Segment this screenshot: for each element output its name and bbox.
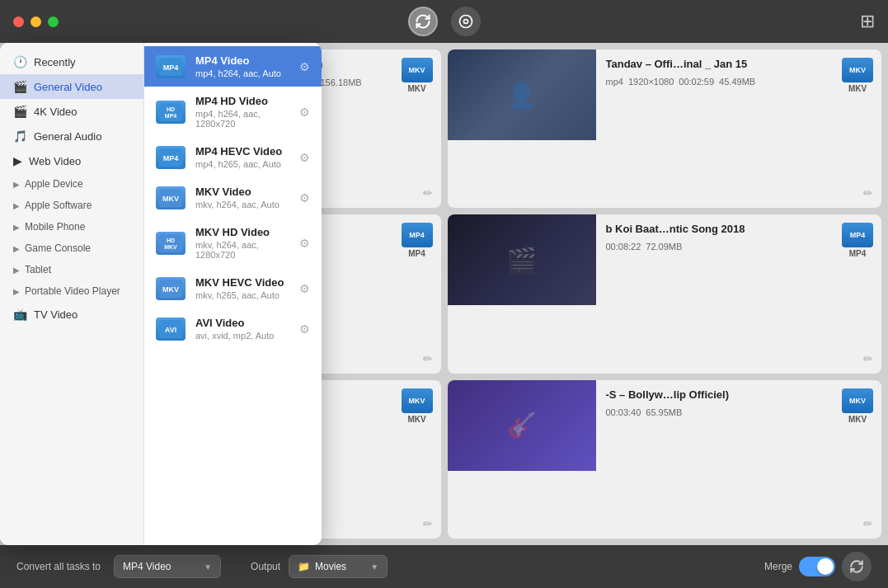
sync-icon-button[interactable]	[408, 7, 438, 36]
svg-text:MP4: MP4	[163, 64, 179, 72]
format-icon-box: MKV	[842, 58, 873, 82]
size-meta: 72.09MB	[646, 242, 682, 252]
duration-meta: 00:08:22	[606, 242, 641, 252]
svg-text:MKV: MKV	[162, 195, 179, 203]
sidebar-section-apple-device[interactable]: ▶ Apple Device	[0, 173, 143, 195]
sidebar-section-label: Portable Video Player	[25, 285, 120, 297]
video-meta: 00:03:40 65.95MB	[606, 407, 872, 417]
close-button[interactable]	[13, 16, 24, 27]
traffic-lights	[13, 16, 59, 27]
expand-arrow-icon: ▶	[13, 201, 20, 210]
video-meta: mp4 1920×1080 00:02:59 45.49MB	[606, 77, 872, 87]
video-info: Tandav – Offi…inal _ Jan 15 mp4 1920×108…	[596, 49, 882, 208]
chevron-down-icon: ▼	[370, 562, 378, 572]
chevron-down-icon: ▼	[204, 562, 212, 572]
sidebar-item-recently[interactable]: 🕐 Recently	[0, 49, 143, 74]
video-thumbnail: 🎸	[448, 380, 596, 471]
format-badge: MKV MKV	[402, 58, 433, 93]
sidebar-item-4k-video[interactable]: 🎬 4K Video	[0, 99, 143, 124]
svg-text:MP4: MP4	[165, 113, 177, 119]
video-card[interactable]: 🎬 b Koi Baat…ntic Song 2018 00:08:22 72.…	[448, 214, 882, 373]
output-folder-select[interactable]: 📁 Movies ▼	[289, 555, 388, 578]
video-title: -S – Bollyw…lip Officiel)	[606, 388, 796, 401]
expand-arrow-icon: ▶	[13, 266, 20, 275]
video-info: -S – Bollyw…lip Officiel) 00:03:40 65.95…	[596, 380, 882, 539]
output-label: Output	[251, 561, 280, 572]
mp4hevc-format-icon: MP4	[156, 146, 186, 169]
edit-icon[interactable]: ✏	[423, 352, 433, 365]
format-item-mkv[interactable]: MKV MKV Video mkv, h264, aac, Auto ⚙	[144, 177, 322, 218]
size-meta: 45.49MB	[719, 77, 755, 87]
web-icon: ▶	[13, 154, 22, 167]
format-specs: mp4, h265, aac, Auto	[195, 159, 289, 169]
sidebar-section-game-console[interactable]: ▶ Game Console	[0, 238, 143, 259]
mp4hd-format-icon: HD MP4	[156, 101, 186, 124]
edit-icon[interactable]: ✏	[863, 352, 873, 365]
grid-icon[interactable]: ⊞	[860, 11, 875, 31]
merge-toggle[interactable]	[799, 557, 835, 576]
gear-icon[interactable]: ⚙	[299, 282, 310, 295]
maximize-button[interactable]	[48, 16, 59, 27]
gear-icon[interactable]: ⚙	[299, 322, 310, 336]
merge-label: Merge	[764, 561, 792, 572]
duration-meta: 00:03:40	[606, 407, 641, 417]
gear-icon[interactable]: ⚙	[299, 151, 310, 164]
sidebar-item-general-video[interactable]: 🎬 General Video	[0, 74, 143, 99]
clock-icon: 🕐	[13, 55, 27, 68]
minimize-button[interactable]	[31, 16, 41, 27]
edit-icon[interactable]: ✏	[423, 186, 433, 200]
format-list: MP4 MP4 Video mp4, h264, aac, Auto ⚙ HD …	[144, 43, 322, 545]
format-item-mkvhd[interactable]: HD MKV MKV HD Video mkv, h264, aac, 1280…	[144, 218, 322, 268]
video-title: Tandav – Offi…inal _ Jan 15	[606, 58, 796, 70]
titlebar-center	[408, 7, 481, 36]
4k-icon: 🎬	[13, 105, 27, 118]
format-item-mkvhevc[interactable]: MKV MKV HEVC Video mkv, h265, aac, Auto …	[144, 268, 322, 308]
sidebar-section-portable-video[interactable]: ▶ Portable Video Player	[0, 280, 143, 302]
video-icon-button[interactable]	[451, 7, 481, 36]
tv-icon: 📺	[13, 308, 27, 321]
format-item-mp4hd[interactable]: HD MP4 MP4 HD Video mp4, h264, aac, 1280…	[144, 87, 322, 137]
sidebar-item-label: Web Video	[29, 155, 81, 167]
format-icon-box: MKV	[402, 388, 433, 413]
selected-format-label: MP4 Video	[123, 561, 171, 572]
svg-text:MKV: MKV	[162, 285, 179, 294]
mkvhd-format-icon: HD MKV	[156, 232, 186, 255]
gear-icon[interactable]: ⚙	[299, 237, 310, 250]
format-item-info: MKV Video mkv, h264, aac, Auto	[195, 186, 289, 209]
video-meta: 00:08:22 72.09MB	[606, 242, 872, 252]
format-badge: MP4 MP4	[402, 223, 433, 258]
sidebar-item-tv-video[interactable]: 📺 TV Video	[0, 302, 143, 327]
format-item-info: MKV HD Video mkv, h264, aac, 1280x720	[195, 226, 289, 260]
format-name: MKV HD Video	[195, 226, 289, 238]
format-dropdown: 🕐 Recently 🎬 General Video 🎬 4K Video 🎵 …	[0, 43, 322, 545]
format-item-mp4hevc[interactable]: MP4 MP4 HEVC Video mp4, h265, aac, Auto …	[144, 137, 322, 177]
format-item-mp4[interactable]: MP4 MP4 Video mp4, h264, aac, Auto ⚙	[144, 46, 322, 87]
video-thumbnail: 🎬	[448, 214, 596, 305]
edit-icon[interactable]: ✏	[863, 186, 873, 200]
video-card[interactable]: 👤 Tandav – Offi…inal _ Jan 15 mp4 1920×1…	[448, 49, 882, 208]
format-name: AVI Video	[195, 317, 289, 329]
size-meta: 65.95MB	[646, 407, 682, 417]
video-icon: 🎬	[13, 80, 27, 93]
format-icon-box: MP4	[402, 223, 433, 247]
sidebar-item-web-video[interactable]: ▶ Web Video	[0, 148, 143, 173]
refresh-button[interactable]	[842, 552, 872, 581]
edit-icon[interactable]: ✏	[863, 517, 873, 530]
sidebar-section-mobile-phone[interactable]: ▶ Mobile Phone	[0, 216, 143, 238]
gear-icon[interactable]: ⚙	[299, 60, 310, 73]
edit-icon[interactable]: ✏	[423, 517, 433, 530]
sidebar-item-label: 4K Video	[34, 106, 78, 118]
video-title: b Koi Baat…ntic Song 2018	[606, 223, 796, 235]
sidebar-item-general-audio[interactable]: 🎵 General Audio	[0, 124, 143, 148]
format-item-avi[interactable]: AVI AVI Video avi, xvid, mp2, Auto ⚙	[144, 308, 322, 349]
bottom-bar: Convert all tasks to MP4 Video ▼ Output …	[0, 545, 888, 588]
sidebar-section-tablet[interactable]: ▶ Tablet	[0, 259, 143, 280]
sidebar-section-apple-software[interactable]: ▶ Apple Software	[0, 195, 143, 216]
video-card[interactable]: 🎸 -S – Bollyw…lip Officiel) 00:03:40 65.…	[448, 380, 882, 539]
sidebar-item-label: General Video	[34, 81, 102, 93]
output-folder-label: Movies	[315, 561, 346, 572]
gear-icon[interactable]: ⚙	[299, 191, 310, 205]
format-select[interactable]: MP4 Video ▼	[114, 555, 221, 578]
folder-icon: 📁	[298, 561, 310, 572]
gear-icon[interactable]: ⚙	[299, 106, 310, 119]
